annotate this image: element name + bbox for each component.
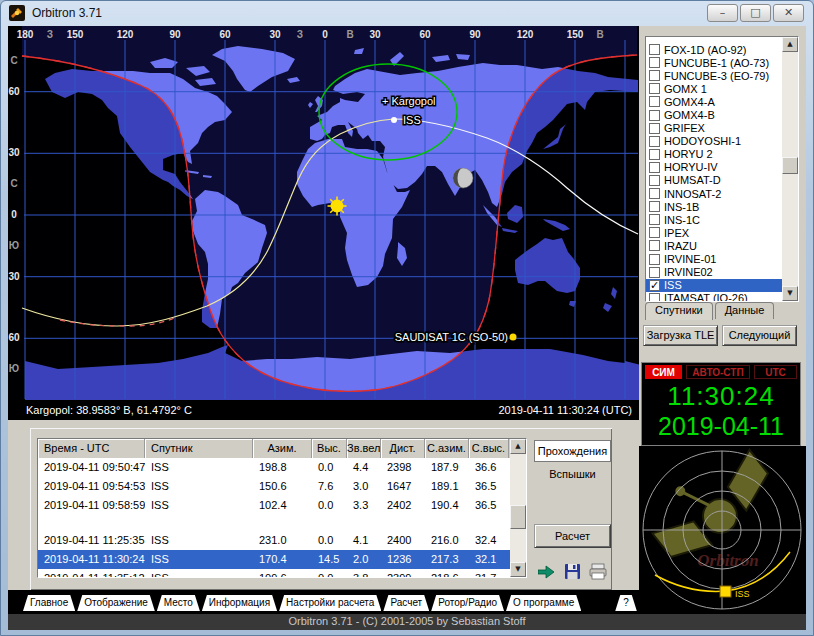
satellite-checkbox[interactable]: [649, 175, 660, 186]
satellite-list-item[interactable]: HORYU 2: [646, 148, 783, 161]
bottom-tab[interactable]: Отображение: [77, 595, 155, 611]
satellite-checkbox[interactable]: [649, 136, 660, 147]
satellite-checkbox[interactable]: [649, 149, 660, 160]
satellite-list-item[interactable]: GOMX 1: [646, 82, 783, 95]
bottom-tab[interactable]: Ротор/Радио: [431, 595, 504, 611]
print-icon[interactable]: [590, 564, 606, 579]
bottom-tab[interactable]: Место: [157, 595, 200, 611]
satellite-list-item[interactable]: INS-1C: [646, 213, 783, 226]
column-header[interactable]: Азим.: [253, 439, 312, 458]
table-row[interactable]: 2019-04-11 11:25:35ISS231.00.04.12400216…: [38, 531, 526, 550]
satellite-checkbox[interactable]: [649, 83, 660, 94]
satellite-checkbox[interactable]: [649, 227, 660, 238]
table-scroll-up[interactable]: ▲: [510, 439, 526, 454]
satellite-checkbox[interactable]: [649, 162, 660, 173]
satellite-list-item[interactable]: FUNCUBE-1 (AO-73): [646, 56, 783, 69]
tab-satellites[interactable]: Спутники: [645, 302, 713, 320]
calc-button[interactable]: Расчет: [534, 524, 611, 548]
satellite-list-item[interactable]: GOMX4-A: [646, 95, 783, 108]
table-row[interactable]: 2019-04-11 11:35:12ISS109.60.03.82399218…: [38, 569, 526, 578]
satellite-list-item[interactable]: ISS: [646, 279, 783, 292]
satellite-list-item[interactable]: HODOYOSHI-1: [646, 135, 783, 148]
table-cell: 187.9: [425, 458, 469, 477]
minimize-button[interactable]: –: [707, 4, 738, 22]
go-arrow-icon[interactable]: [538, 566, 554, 578]
satellite-checkbox[interactable]: [649, 280, 660, 291]
maximize-button[interactable]: □: [740, 4, 771, 22]
satellite-list-item[interactable]: GOMX4-B: [646, 108, 783, 121]
table-scrollbar[interactable]: ▲ ▼: [510, 439, 526, 577]
table-row[interactable]: 2019-04-11 09:58:59ISS102.40.03.32402190…: [38, 496, 526, 515]
table-scrollbar-thumb[interactable]: [510, 505, 526, 529]
satellite-list-item[interactable]: INNOSAT-2: [646, 187, 783, 200]
tab-data[interactable]: Данные: [715, 302, 775, 319]
satellite-list-item[interactable]: IRVINE02: [646, 266, 783, 279]
satellite-list-item[interactable]: HUMSAT-D: [646, 174, 783, 187]
bottom-tab[interactable]: О программе: [506, 595, 581, 611]
save-icon[interactable]: [565, 564, 580, 579]
column-header[interactable]: С.выс.: [469, 439, 509, 458]
satellite-list-item[interactable]: FOX-1D (AO-92): [646, 43, 783, 56]
satellite-checkbox[interactable]: [649, 44, 660, 55]
satellite-list[interactable]: FOX-1D (AO-92) FUNCUBE-1 (AO-73) FUNCUBE…: [645, 36, 799, 302]
satellite-checkbox[interactable]: [649, 214, 660, 225]
table-cell: 2019-04-11 11:35:12: [38, 569, 145, 578]
flares-mode-item[interactable]: Вспышки: [534, 468, 611, 480]
passes-mode-item[interactable]: Прохождения: [534, 440, 611, 462]
bottom-tab[interactable]: Информация: [202, 595, 277, 611]
svg-text:30: 30: [8, 147, 20, 158]
satellite-checkbox[interactable]: [649, 57, 660, 68]
column-header[interactable]: Время - UTC: [38, 439, 145, 458]
table-row[interactable]: [38, 516, 526, 531]
passes-table[interactable]: Время - UTCСпутникАзим.Выс.Зв.велДист.С.…: [37, 438, 527, 578]
status-bar: Orbitron 3.71 - (C) 2001-2005 by Sebasti…: [8, 614, 806, 630]
iss-marker[interactable]: [391, 117, 397, 123]
scroll-up-button[interactable]: ▲: [782, 37, 798, 52]
scroll-down-button[interactable]: ▼: [782, 286, 798, 301]
satellite-checkbox[interactable]: [649, 188, 660, 199]
close-button[interactable]: ✕: [773, 4, 804, 22]
table-row[interactable]: 2019-04-11 09:50:47ISS198.80.04.42398187…: [38, 458, 526, 477]
satellite-list-item[interactable]: IRVINE-01: [646, 253, 783, 266]
clock-mode[interactable]: СИМ: [645, 365, 682, 379]
next-button[interactable]: Следующий: [722, 325, 797, 346]
saudisat-marker[interactable]: [510, 334, 517, 341]
satellite-list-item[interactable]: ITAMSAT (IO-26): [646, 292, 783, 302]
table-row[interactable]: 2019-04-11 09:54:53ISS150.67.63.01647189…: [38, 477, 526, 496]
bottom-tab[interactable]: Настройки расчета: [279, 595, 381, 611]
satellite-list-scrollbar[interactable]: ▲ ▼: [782, 37, 798, 301]
scrollbar-thumb[interactable]: [782, 157, 798, 174]
bottom-tab[interactable]: Расчет: [383, 595, 429, 611]
column-header[interactable]: Зв.вел: [347, 439, 381, 458]
satellite-list-item[interactable]: GRIFEX: [646, 122, 783, 135]
satellite-list-item[interactable]: INS-1B: [646, 200, 783, 213]
satellite-checkbox[interactable]: [649, 110, 660, 121]
satellite-list-item[interactable]: IRAZU: [646, 239, 783, 252]
satellite-checkbox[interactable]: [649, 240, 660, 251]
satellite-checkbox[interactable]: [649, 267, 660, 278]
table-scroll-down[interactable]: ▼: [510, 562, 526, 577]
load-tle-button[interactable]: Загрузка TLE: [643, 325, 718, 346]
column-header[interactable]: Дист.: [381, 439, 425, 458]
table-cell: 2019-04-11 11:30:24: [38, 550, 145, 569]
satellite-list-item[interactable]: FUNCUBE-3 (EO-79): [646, 69, 783, 82]
table-row[interactable]: 2019-04-11 11:30:24ISS170.414.52.0123621…: [38, 550, 526, 569]
satellite-checkbox[interactable]: [649, 293, 660, 302]
satellite-list-item[interactable]: IPEX: [646, 226, 783, 239]
clock-mode[interactable]: UTC: [754, 365, 797, 379]
bottom-tab[interactable]: ?: [615, 595, 637, 611]
satellite-checkbox[interactable]: [649, 96, 660, 107]
clock-mode[interactable]: АВТО-СТП: [686, 365, 750, 379]
satellite-checkbox[interactable]: [649, 70, 660, 81]
satellite-checkbox[interactable]: [649, 201, 660, 212]
satellite-list-item[interactable]: HORYU-IV: [646, 161, 783, 174]
column-header[interactable]: С.азим.: [425, 439, 469, 458]
satellite-checkbox[interactable]: [649, 123, 660, 134]
bottom-tab[interactable]: Главное: [23, 595, 75, 611]
column-header[interactable]: Выс.: [312, 439, 347, 458]
world-map[interactable]: + Kargopol ISS SAUDISAT 1C (SO-50) 180З1…: [8, 26, 639, 420]
table-cell: 14.5: [312, 550, 347, 569]
svg-text:З: З: [47, 29, 53, 40]
column-header[interactable]: Спутник: [145, 439, 253, 458]
satellite-checkbox[interactable]: [649, 254, 660, 265]
